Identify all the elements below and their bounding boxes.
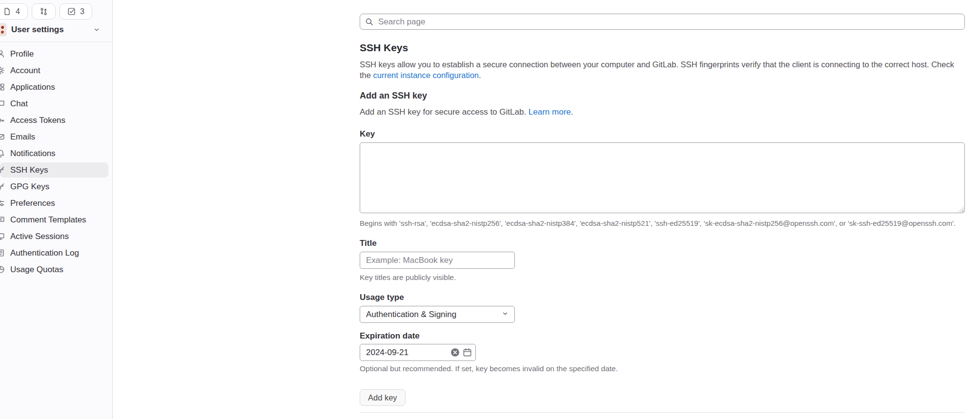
monitor-icon xyxy=(0,232,5,240)
gear-icon xyxy=(0,66,5,75)
chat-icon xyxy=(0,100,5,108)
sidebar-counter-pills: 4 3 xyxy=(0,3,107,20)
user-settings-menu[interactable]: User settings xyxy=(0,23,107,41)
page-title: SSH Keys xyxy=(360,41,965,54)
add-key-button[interactable]: Add key xyxy=(360,389,406,406)
chart-icon xyxy=(0,265,5,274)
sidebar-item-chat[interactable]: Chat xyxy=(0,96,108,111)
merge-requests-button[interactable] xyxy=(32,3,56,20)
merge-request-icon xyxy=(40,7,48,16)
sidebar-item-active-sessions[interactable]: Active Sessions xyxy=(0,229,108,244)
user-avatar xyxy=(0,23,6,36)
settings-nav: Profile Account Applications Chat Access… xyxy=(0,42,112,277)
sliders-icon xyxy=(0,199,5,207)
key-textarea[interactable] xyxy=(360,142,965,213)
search-icon xyxy=(365,18,373,26)
search-input[interactable] xyxy=(360,14,965,30)
expiration-help: Optional but recommended. If set, key be… xyxy=(360,364,965,373)
sidebar-title: User settings xyxy=(11,25,64,35)
title-help: Key titles are publicly visible. xyxy=(360,273,965,282)
sidebar-item-ssh-keys[interactable]: SSH Keys xyxy=(0,162,108,178)
todo-check-icon xyxy=(67,7,76,16)
user-icon xyxy=(0,50,5,58)
chevron-down-icon xyxy=(93,26,100,33)
section-divider xyxy=(360,412,965,413)
add-ssh-key-heading: Add an SSH key xyxy=(360,91,965,101)
sidebar-item-preferences[interactable]: Preferences xyxy=(0,196,108,211)
expiration-date-label: Expiration date xyxy=(360,331,965,341)
todos-counter-button[interactable]: 3 xyxy=(60,3,92,20)
bell-icon xyxy=(0,149,5,158)
settings-sidebar: 4 3 User settings Profile xyxy=(0,0,113,419)
gitlab-user-settings-screen: 4 3 User settings Profile xyxy=(0,0,980,419)
ssh-keys-page: SSH Keys SSH keys allow you to establish… xyxy=(360,0,965,419)
title-label: Title xyxy=(360,239,965,248)
token-icon xyxy=(0,116,5,124)
learn-more-link[interactable]: Learn more xyxy=(529,107,571,117)
sidebar-header: 4 3 User settings xyxy=(0,0,112,42)
sidebar-item-comment-templates[interactable]: Comment Templates xyxy=(0,212,108,227)
expiration-date-field xyxy=(360,344,476,361)
issues-count: 4 xyxy=(16,7,20,16)
sidebar-item-emails[interactable]: Emails xyxy=(0,129,108,144)
sidebar-item-access-tokens[interactable]: Access Tokens xyxy=(0,113,108,128)
page-description: SSH keys allow you to establish a secure… xyxy=(360,60,965,80)
clear-date-icon[interactable] xyxy=(450,348,460,357)
key-label: Key xyxy=(360,129,965,139)
usage-type-label: Usage type xyxy=(360,293,965,302)
sidebar-item-usage-quotas[interactable]: Usage Quotas xyxy=(0,262,108,277)
issues-counter-button[interactable]: 4 xyxy=(0,3,28,20)
mail-icon xyxy=(0,133,5,141)
key-hint: Begins with 'ssh-rsa', 'ecdsa-sha2-nistp… xyxy=(360,219,965,227)
title-input[interactable] xyxy=(360,252,515,269)
sidebar-item-applications[interactable]: Applications xyxy=(0,80,108,95)
calendar-icon[interactable] xyxy=(463,348,472,357)
sidebar-item-gpg-keys[interactable]: GPG Keys xyxy=(0,179,108,194)
issues-icon xyxy=(3,7,11,16)
key-icon xyxy=(0,166,5,174)
todos-count: 3 xyxy=(80,7,84,16)
add-ssh-key-description: Add an SSH key for secure access to GitL… xyxy=(360,107,965,117)
usage-type-value: Authentication & Signing xyxy=(366,310,456,319)
instance-configuration-link[interactable]: current instance configuration xyxy=(373,71,479,80)
chevron-down-icon xyxy=(502,310,509,319)
page-search xyxy=(360,14,965,30)
sidebar-item-authentication-log[interactable]: Authentication Log xyxy=(0,245,108,260)
sidebar-item-account[interactable]: Account xyxy=(0,63,108,78)
apps-icon xyxy=(0,83,5,91)
log-icon xyxy=(0,249,5,257)
comment-icon xyxy=(0,216,5,224)
sidebar-item-notifications[interactable]: Notifications xyxy=(0,146,108,161)
key-field-wrap xyxy=(360,142,965,213)
usage-type-select[interactable]: Authentication & Signing xyxy=(360,306,515,323)
key-icon xyxy=(0,182,5,191)
sidebar-item-profile[interactable]: Profile xyxy=(0,46,108,61)
